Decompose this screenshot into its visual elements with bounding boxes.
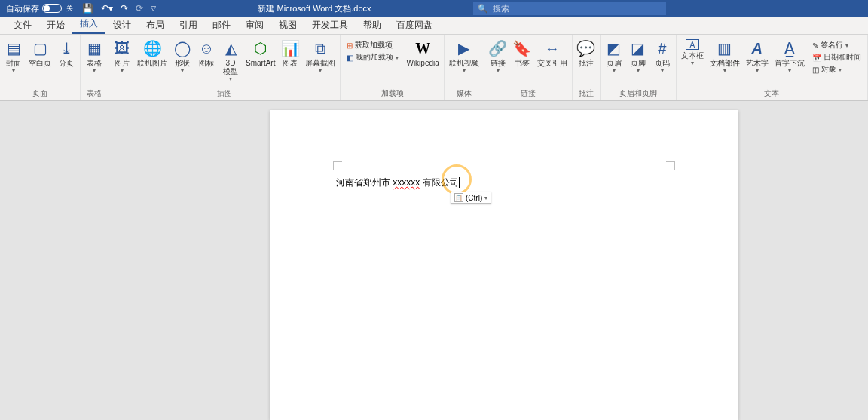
online-pictures-button[interactable]: 🌐联机图片	[134, 38, 170, 69]
page[interactable]: 河南省郑州市 xxxxxx 有限公司 📋 (Ctrl) ▾	[270, 110, 738, 420]
margin-marker-tr	[666, 161, 675, 170]
link-button[interactable]: 🔗链接▾	[486, 38, 510, 75]
tab-review[interactable]: 审阅	[238, 16, 271, 34]
chart-icon: 📊	[281, 39, 299, 57]
signature-icon: ✎	[812, 41, 818, 50]
object-icon: ◫	[812, 66, 819, 74]
screenshot-button[interactable]: ⧉屏幕截图▾	[302, 38, 338, 75]
textbox-button[interactable]: A文本框▾	[678, 38, 707, 68]
text-prefix: 河南省郑州市	[336, 177, 393, 188]
tab-design[interactable]: 设计	[105, 16, 139, 34]
smartart-button[interactable]: ⬡SmartArt	[243, 38, 278, 69]
screenshot-icon: ⧉	[311, 39, 329, 57]
wikipedia-button[interactable]: WWikipedia	[403, 38, 442, 69]
chart-button[interactable]: 📊图表	[278, 38, 302, 69]
table-button[interactable]: ▦表格▾	[82, 38, 106, 75]
bookmark-button[interactable]: 🔖书签	[510, 38, 534, 69]
blank-page-icon: ▢	[31, 39, 49, 57]
get-addins-button[interactable]: ⊞获取加载项	[344, 39, 402, 51]
page-number-button[interactable]: #页码▾	[650, 38, 674, 75]
my-addins-button[interactable]: ◧我的加载项▾	[344, 51, 402, 63]
tab-layout[interactable]: 布局	[139, 16, 172, 34]
bookmark-icon: 🔖	[513, 39, 531, 57]
tab-view[interactable]: 视图	[271, 16, 304, 34]
ribbon: ▤封面▾ ▢空白页 ⤓分页 页面 ▦表格▾ 表格 🖼图片▾ 🌐联机图片 ◯形状▾…	[0, 35, 868, 101]
tab-references[interactable]: 引用	[172, 16, 205, 34]
page-break-button[interactable]: ⤓分页	[54, 38, 78, 69]
icons-icon: ☺	[197, 39, 215, 57]
ribbon-group-comments: 💬批注 批注	[573, 35, 601, 100]
group-name-text: 文本	[764, 87, 779, 100]
ribbon-group-tables: ▦表格▾ 表格	[81, 35, 108, 100]
textbox-icon: A	[686, 39, 699, 50]
tab-mail[interactable]: 邮件	[205, 16, 238, 34]
table-icon: ▦	[85, 39, 103, 57]
search-input[interactable]: 🔍 搜索	[473, 2, 666, 15]
group-name-links: 链接	[521, 87, 536, 100]
chevron-down-icon: ▾	[484, 195, 487, 201]
cross-reference-button[interactable]: ↔交叉引用	[534, 38, 570, 69]
auto-save-toggle[interactable]: 自动保存 关	[6, 3, 73, 14]
sync-icon[interactable]: ⟳	[136, 3, 143, 14]
text-suffix: 有限公司	[420, 177, 458, 188]
group-name-tables: 表格	[87, 87, 102, 100]
document-text[interactable]: 河南省郑州市 xxxxxx 有限公司	[336, 176, 460, 189]
tab-dev[interactable]: 开发工具	[304, 16, 356, 34]
footer-icon: ◪	[629, 39, 647, 57]
3d-models-button[interactable]: ◭3D 模型▾	[219, 38, 243, 84]
quick-parts-icon: ▥	[716, 39, 734, 57]
blank-page-button[interactable]: ▢空白页	[26, 38, 54, 69]
wordart-button[interactable]: A艺术字▾	[743, 38, 772, 75]
ribbon-group-media: ▶联机视频▾ 媒体	[445, 35, 484, 100]
dropcap-icon: A̲	[781, 39, 799, 57]
cover-page-icon: ▤	[5, 39, 23, 57]
shapes-button[interactable]: ◯形状▾	[170, 38, 194, 75]
footer-button[interactable]: ◪页脚▾	[626, 38, 650, 75]
wordart-icon: A	[748, 39, 766, 57]
tab-home[interactable]: 开始	[39, 16, 72, 34]
document-canvas[interactable]: 河南省郑州市 xxxxxx 有限公司 📋 (Ctrl) ▾	[0, 101, 868, 420]
group-name-illustrations: 插图	[217, 87, 232, 100]
search-icon: 🔍	[478, 4, 488, 14]
page-break-icon: ⤓	[57, 39, 75, 57]
tab-help[interactable]: 帮助	[356, 16, 389, 34]
auto-save-state: 关	[66, 4, 73, 14]
dropcap-button[interactable]: A̲首字下沉▾	[772, 38, 808, 75]
ribbon-group-illustrations: 🖼图片▾ 🌐联机图片 ◯形状▾ ☺图标 ◭3D 模型▾ ⬡SmartArt 📊图…	[108, 35, 341, 100]
text-cursor	[459, 177, 460, 188]
online-pictures-icon: 🌐	[143, 39, 161, 57]
object-button[interactable]: ◫对象▾	[809, 63, 864, 75]
ribbon-group-links: 🔗链接▾ 🔖书签 ↔交叉引用 链接	[484, 35, 573, 100]
date-time-button[interactable]: 📅日期和时间	[809, 51, 864, 63]
online-video-button[interactable]: ▶联机视频▾	[446, 38, 482, 75]
qat-more-icon[interactable]: ▽	[151, 5, 156, 12]
tab-baidu[interactable]: 百度网盘	[389, 16, 440, 34]
cover-page-button[interactable]: ▤封面▾	[2, 38, 26, 75]
pictures-button[interactable]: 🖼图片▾	[110, 38, 134, 75]
ribbon-group-addins: ⊞获取加载项 ◧我的加载项▾ WWikipedia 加载项	[341, 35, 444, 100]
wikipedia-icon: W	[414, 39, 432, 57]
icons-button[interactable]: ☺图标	[194, 38, 219, 69]
paste-options-label: (Ctrl)	[466, 194, 482, 202]
undo-icon[interactable]: ↶▾	[101, 3, 113, 14]
tab-file[interactable]: 文件	[6, 16, 39, 34]
save-icon[interactable]: 💾	[82, 3, 93, 14]
shapes-icon: ◯	[173, 39, 191, 57]
margin-marker-tl	[333, 161, 342, 170]
redo-icon[interactable]: ↷	[121, 3, 128, 14]
tab-insert[interactable]: 插入	[72, 14, 105, 34]
signature-line-button[interactable]: ✎签名行▾	[809, 39, 864, 51]
header-button[interactable]: ◩页眉▾	[602, 38, 626, 75]
link-icon: 🔗	[489, 39, 507, 57]
paste-options-icon: 📋	[454, 193, 463, 202]
xref-icon: ↔	[543, 39, 561, 57]
group-name-pages: 页面	[32, 87, 47, 100]
3d-model-icon: ◭	[222, 39, 240, 57]
comment-icon: 💬	[577, 39, 595, 57]
comment-button[interactable]: 💬批注	[574, 38, 598, 69]
group-name-addins: 加载项	[381, 87, 404, 100]
auto-save-label: 自动保存	[6, 3, 39, 14]
paste-options-button[interactable]: 📋 (Ctrl) ▾	[451, 192, 491, 204]
quick-parts-button[interactable]: ▥文档部件▾	[707, 38, 743, 75]
video-icon: ▶	[455, 39, 473, 57]
